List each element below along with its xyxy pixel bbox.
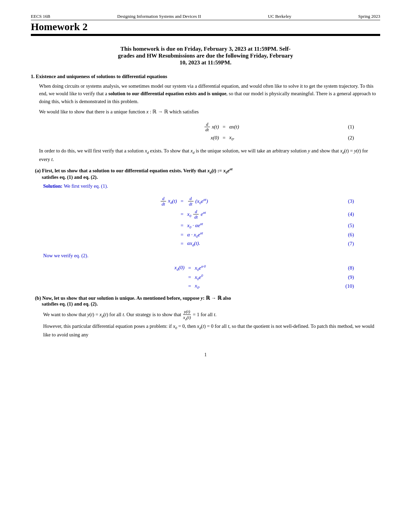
- equation-8-row: xd(0) = x0eα·0 (8): [57, 263, 354, 273]
- eq6-rhs: α · x0eαt: [187, 230, 334, 239]
- solution-label: Solution:: [43, 183, 62, 189]
- header-top: EECS 16B Designing Information Systems a…: [31, 14, 380, 20]
- semester: Spring 2023: [358, 14, 380, 19]
- eq10-rhs: x0.: [195, 282, 334, 290]
- eq4-lhs: [57, 208, 177, 221]
- part-a: (a) First, let us show that a solution t…: [31, 167, 380, 290]
- header-thin-rule: [31, 20, 380, 20]
- eq3-rhs: d dt (x0eαt): [187, 195, 334, 208]
- part-b-body1: We want to show that y(t) = xd(t) for al…: [43, 309, 380, 321]
- part-b-body2: However, this particular differential eq…: [43, 322, 380, 338]
- eq-table-3-7: d dt xd(t) = d dt: [57, 195, 354, 248]
- verify-eq2-line: Now we verify eq. (2).: [43, 253, 380, 259]
- eq5-lhs: [57, 221, 177, 230]
- eq7-lhs: [57, 239, 177, 248]
- page-number-value: 1: [204, 352, 207, 357]
- eq8-lhs: xd(0): [57, 263, 185, 273]
- solution-a-text: We first verify eq. (1).: [64, 183, 108, 189]
- eq9-number: (9): [334, 273, 354, 282]
- problem-1-intro2: We would like to show that there is a un…: [39, 108, 380, 115]
- eq1-lhs: d dt x(t): [57, 121, 219, 134]
- part-a-label: (a) First, let us show that a solution t…: [35, 167, 380, 180]
- eq4-rhs: x0 d dt eαt: [187, 208, 334, 221]
- eq5-rhs: x0 · αeαt: [187, 221, 334, 230]
- derivative-frac: d dt: [204, 122, 210, 133]
- eq7-rhs: αxd(t).: [187, 239, 334, 248]
- equation-2-row: x(0) = x0. (2): [57, 134, 354, 142]
- eq10-number: (10): [334, 282, 354, 290]
- eq4-number: (4): [334, 208, 354, 221]
- equation-1-row: d dt x(t) = αx(t) (1): [57, 121, 354, 134]
- problem-1-intro1: When doing circuits or systems analysis,…: [39, 82, 380, 105]
- homework-title: Homework 2: [31, 21, 380, 33]
- eq7-number: (7): [334, 239, 354, 248]
- page: EECS 16B Designing Information Systems a…: [0, 0, 411, 532]
- eq3-number: (3): [334, 195, 354, 208]
- page-number: 1: [31, 352, 380, 358]
- equations-3-7: d dt xd(t) = d dt: [31, 195, 380, 248]
- eq1-rhs: αx(t): [229, 121, 333, 134]
- problem-1-uniqueness-intro: In order to do this, we will first verif…: [39, 147, 380, 163]
- eq-table-8-10: xd(0) = x0eα·0 (8) = x0e0 (9) = x0: [57, 263, 354, 290]
- problem-1-label: Existence and uniqueness of solutions to…: [36, 74, 167, 79]
- course-subtitle: Designing Information Systems and Device…: [117, 14, 201, 19]
- equation-10-row: = x0. (10): [57, 282, 354, 290]
- header-thick-rule: [31, 34, 380, 36]
- eq6-number: (6): [334, 230, 354, 239]
- eq9-lhs: [57, 273, 185, 282]
- equation-3-row: d dt xd(t) = d dt: [57, 195, 354, 208]
- eq5-number: (5): [334, 221, 354, 230]
- eq8-rhs: x0eα·0: [195, 263, 334, 273]
- equation-4-row: = x0 d dt eαt (4): [57, 208, 354, 221]
- eq8-number: (8): [334, 263, 354, 273]
- equation-9-row: = x0e0 (9): [57, 273, 354, 282]
- problem-1-title: 1. Existence and uniqueness of solutions…: [31, 74, 380, 79]
- eq2-rhs: x0.: [229, 134, 333, 142]
- problem-1-number: 1.: [31, 74, 35, 79]
- eq3-lhs: d dt xd(t): [57, 195, 177, 208]
- course-code: EECS 16B: [31, 14, 50, 19]
- eq2-lhs: x(0): [57, 134, 219, 142]
- part-b-label: (b) Now, let us show that our solution i…: [35, 295, 380, 307]
- equation-7-row: = αxd(t). (7): [57, 239, 354, 248]
- eq2-number: (2): [334, 134, 354, 142]
- equation-6-row: = α · x0eαt (6): [57, 230, 354, 239]
- due-date-box: This homework is due on Friday, February…: [31, 46, 380, 66]
- university: UC Berkeley: [268, 14, 291, 19]
- eq6-lhs: [57, 230, 177, 239]
- problem-1: 1. Existence and uniqueness of solutions…: [31, 74, 380, 338]
- equation-5-row: = x0 · αeαt (5): [57, 221, 354, 230]
- part-b: (b) Now, let us show that our solution i…: [31, 295, 380, 338]
- due-date-text: This homework is due on Friday, February…: [118, 46, 293, 66]
- equations-8-10: xd(0) = x0eα·0 (8) = x0e0 (9) = x0: [31, 263, 380, 290]
- eq1-number: (1): [334, 121, 354, 134]
- eq-table-1-2: d dt x(t) = αx(t) (1) x(0) = x0. (2): [57, 121, 354, 142]
- eq10-lhs: [57, 282, 185, 290]
- solution-a-intro: Solution: We first verify eq. (1).: [43, 182, 380, 190]
- eq9-rhs: x0e0: [195, 273, 334, 282]
- equations-1-2: d dt x(t) = αx(t) (1) x(0) = x0. (2): [31, 121, 380, 142]
